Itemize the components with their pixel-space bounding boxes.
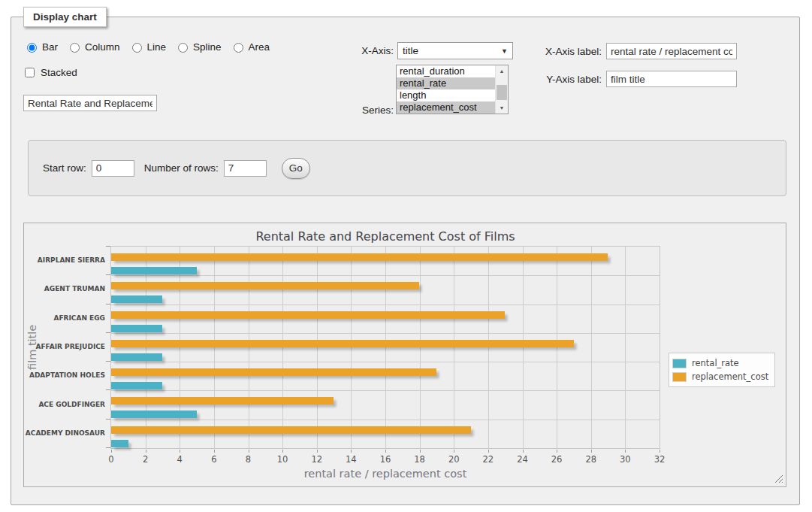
bar-radio[interactable]: [27, 43, 37, 53]
gridline-vertical: [625, 247, 626, 448]
gridline-horizontal: [111, 304, 660, 305]
stacked-checkbox[interactable]: [25, 68, 35, 77]
chart-legend: rental_ratereplacement_cost: [669, 353, 775, 387]
chart-type-column[interactable]: Column: [66, 41, 120, 53]
series-option-rental_rate[interactable]: rental_rate: [397, 77, 495, 89]
x-axis-select-caption: X-Axis:: [312, 45, 394, 56]
x-tick-mark: [420, 450, 421, 453]
area-radio[interactable]: [234, 43, 243, 53]
line-radio[interactable]: [132, 43, 142, 53]
gridline-vertical: [249, 247, 249, 448]
x-tick-label: 18: [409, 454, 431, 465]
x-tick-label: 30: [614, 454, 636, 465]
x-tick-mark: [111, 450, 112, 453]
x-tick-mark: [454, 450, 454, 453]
x-tick-label: 12: [306, 454, 328, 465]
chart-type-line[interactable]: Line: [128, 41, 167, 53]
bar-rental_rate: [111, 411, 197, 418]
x-tick-mark: [351, 450, 352, 453]
column-radio[interactable]: [70, 43, 80, 53]
gridline-horizontal: [111, 333, 660, 334]
y-tick-mark: [106, 332, 110, 333]
category-label: AFRICAN EGG: [24, 304, 105, 332]
series-listbox[interactable]: rental_durationrental_ratelengthreplacem…: [396, 65, 509, 114]
x-tick-label: 8: [237, 454, 260, 465]
gridline-vertical: [282, 247, 283, 448]
legend-item-replacement_cost: replacement_cost: [672, 370, 768, 383]
x-tick-mark: [523, 450, 524, 453]
x-tick-mark: [660, 450, 660, 453]
x-tick-mark: [249, 450, 249, 453]
x-tick-label: 28: [580, 454, 602, 465]
bar-replacement_cost: [111, 253, 608, 261]
resize-handle-icon[interactable]: [774, 474, 783, 483]
series-options: rental_durationrental_ratelengthreplacem…: [397, 65, 495, 114]
radio-label: Spline: [193, 41, 222, 53]
x-tick-label: 2: [134, 454, 157, 465]
y-tick-mark: [106, 419, 110, 420]
chart-type-radios: BarColumnLineSplineArea: [23, 41, 270, 53]
x-tick-mark: [591, 450, 592, 453]
chart-type-bar[interactable]: Bar: [23, 41, 58, 53]
radio-label: Column: [85, 41, 120, 53]
gridline-horizontal: [111, 420, 660, 420]
spline-radio[interactable]: [178, 43, 188, 53]
x-tick-label: 22: [477, 454, 500, 465]
scroll-down-icon[interactable]: ▼: [496, 102, 508, 114]
gridline-vertical: [420, 247, 421, 448]
x-tick-label: 16: [374, 454, 397, 465]
x-tick-mark: [180, 450, 180, 453]
go-button[interactable]: Go: [282, 158, 310, 179]
legend-label: rental_rate: [692, 358, 739, 368]
category-label: AGENT TRUMAN: [24, 274, 105, 303]
y-tick-mark: [106, 447, 110, 448]
x-axis-select[interactable]: title ▼: [397, 42, 513, 59]
radio-label: Area: [249, 41, 270, 53]
x-tick-mark: [282, 450, 283, 453]
gridline-vertical: [454, 247, 454, 448]
series-option-replacement_cost[interactable]: replacement_cost: [397, 101, 495, 114]
bar-rental_rate: [111, 353, 162, 361]
y-tick-mark: [106, 389, 110, 390]
bar-rental_rate: [111, 440, 128, 447]
bar-replacement_cost: [111, 340, 574, 347]
x-tick-label: 6: [203, 454, 225, 465]
series-select-caption: Series:: [312, 105, 394, 116]
scrollbar-thumb[interactable]: [497, 85, 507, 100]
start-row-input[interactable]: [92, 160, 134, 177]
scroll-up-icon[interactable]: ▲: [496, 65, 508, 77]
num-rows-input[interactable]: [224, 160, 267, 177]
listbox-scrollbar[interactable]: ▲ ▼: [495, 65, 508, 114]
x-tick-label: 14: [340, 454, 362, 465]
bar-replacement_cost: [111, 282, 419, 289]
x-axis-label-input[interactable]: [606, 43, 737, 59]
bar-replacement_cost: [111, 368, 436, 376]
row-range-toolbar: Start row: Number of rows: Go: [28, 140, 786, 196]
chart-container: Rental Rate and Replacement Cost of Film…: [23, 223, 786, 487]
x-tick-mark: [385, 450, 386, 453]
y-axis-label-caption: Y-Axis label:: [507, 74, 602, 85]
stacked-option[interactable]: Stacked: [22, 65, 77, 80]
chart-title-input[interactable]: [23, 95, 157, 111]
y-axis-label-input[interactable]: [606, 71, 737, 87]
bar-replacement_cost: [111, 426, 471, 434]
chart-type-spline[interactable]: Spline: [174, 41, 222, 53]
x-tick-label: 32: [648, 454, 671, 465]
gridline-vertical: [557, 247, 557, 448]
x-axis-select-value: title: [403, 45, 501, 56]
series-option-length[interactable]: length: [397, 89, 495, 101]
display-chart-panel: Display chart BarColumnLineSplineArea St…: [11, 17, 800, 505]
gridline-vertical: [385, 247, 386, 448]
gridline-horizontal: [111, 390, 660, 391]
chart-type-area[interactable]: Area: [230, 41, 270, 53]
gridline-horizontal: [111, 275, 660, 276]
category-label: ACE GOLDFINGER: [24, 389, 105, 418]
gridline-vertical: [488, 247, 489, 448]
legend-swatch-replacement_cost: [672, 372, 687, 382]
radio-label: Line: [147, 41, 167, 53]
series-option-rental_duration[interactable]: rental_duration: [397, 65, 495, 77]
gridline-vertical: [591, 247, 592, 448]
panel-legend: Display chart: [23, 7, 107, 27]
y-tick-mark: [106, 304, 110, 304]
x-tick-label: 20: [442, 454, 465, 465]
